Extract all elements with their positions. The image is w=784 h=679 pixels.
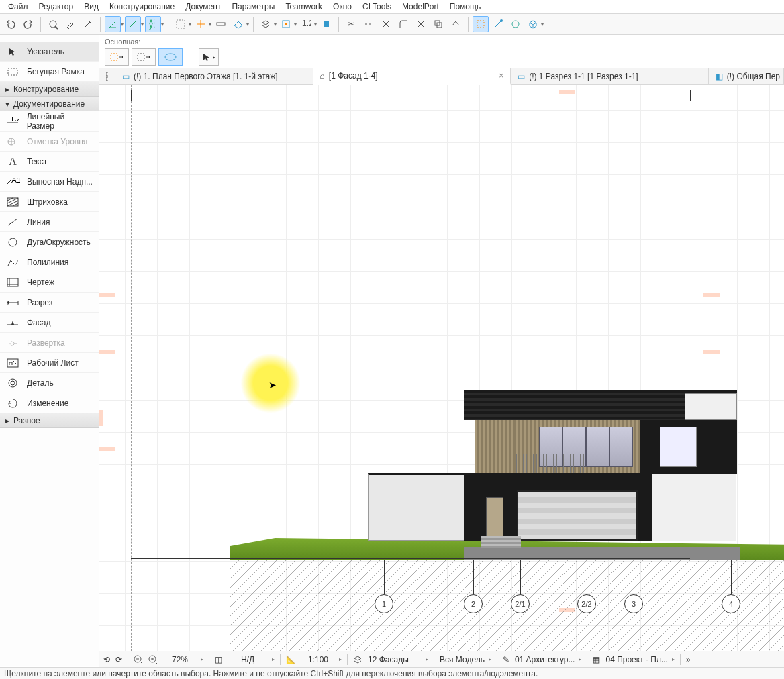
pick-button[interactable] bbox=[45, 16, 61, 32]
tool-marquee[interactable]: Бегущая Рамка bbox=[0, 62, 99, 82]
syringe-button[interactable] bbox=[80, 16, 96, 32]
menu-document[interactable]: Документ bbox=[180, 1, 226, 13]
measure-line-button[interactable] bbox=[125, 16, 141, 32]
measure-coord-button[interactable]: x:y: bbox=[145, 16, 161, 32]
tab-label: (!) 1. План Первого Этажа [1. 1-й этаж] bbox=[134, 72, 278, 81]
menu-design[interactable]: Конструирование bbox=[104, 1, 180, 13]
svg-point-43 bbox=[9, 379, 17, 387]
tool-arc[interactable]: Дуга/Окружность bbox=[0, 232, 99, 252]
elevation-icon: ⌂ bbox=[320, 71, 325, 81]
tab-grid-button[interactable] bbox=[99, 68, 115, 84]
svg-point-10 bbox=[285, 23, 287, 25]
tab-label: (!) 1 Разрез 1-1 [1 Разрез 1-1] bbox=[529, 72, 638, 81]
menu-modelport[interactable]: ModelPort bbox=[397, 1, 444, 13]
svg-rect-8 bbox=[217, 23, 225, 25]
fillet-button[interactable] bbox=[395, 16, 411, 32]
tool-text[interactable]: AТекст bbox=[0, 152, 99, 172]
geom-method-3[interactable] bbox=[158, 48, 183, 66]
menu-options[interactable]: Параметры bbox=[226, 1, 280, 13]
arrow-icon bbox=[5, 46, 20, 58]
ruler-button[interactable] bbox=[213, 16, 229, 32]
geom-method-2[interactable] bbox=[132, 48, 156, 66]
arrow-mode[interactable]: ▸ bbox=[199, 48, 219, 66]
menu-help[interactable]: Помощь bbox=[444, 1, 486, 13]
tool-drawing[interactable]: Чертеж bbox=[0, 272, 99, 293]
group-misc[interactable]: ▸Разное bbox=[0, 413, 99, 428]
dim-icon: 1.2 bbox=[5, 115, 20, 127]
tool-section[interactable]: Разрез bbox=[0, 293, 99, 313]
redo-button[interactable] bbox=[20, 16, 36, 32]
zoom-in-button[interactable] bbox=[148, 655, 158, 664]
tool-unfold[interactable]: Развертка bbox=[0, 333, 99, 353]
more-icon[interactable]: » bbox=[686, 655, 691, 664]
group-design[interactable]: ▸Конструирование bbox=[0, 82, 99, 97]
nav-fwd-button[interactable]: ⟳ bbox=[115, 655, 122, 664]
limit-line bbox=[131, 85, 132, 666]
tool-line[interactable]: Линия bbox=[0, 212, 99, 232]
menu-file[interactable]: Файл bbox=[3, 1, 34, 13]
svg-rect-5 bbox=[177, 20, 185, 28]
scale-value[interactable]: 1:100 bbox=[301, 655, 335, 664]
menu-teamwork[interactable]: Teamwork bbox=[280, 1, 328, 13]
tab-elevation[interactable]: ⌂[1 Фасад 1-4]× bbox=[313, 68, 511, 85]
margin-marker bbox=[99, 293, 115, 297]
close-icon[interactable]: × bbox=[499, 71, 503, 81]
zoom-out-button[interactable] bbox=[134, 655, 143, 664]
tab-section[interactable]: ▭(!) 1 Разрез 1-1 [1 Разрез 1-1] bbox=[511, 68, 709, 84]
menu-editor[interactable]: Редактор bbox=[34, 1, 79, 13]
trim-button[interactable] bbox=[360, 16, 377, 32]
snap-guide-button[interactable] bbox=[193, 16, 209, 32]
split-button[interactable] bbox=[378, 16, 394, 32]
tool-label[interactable]: A1Выносная Надп... bbox=[0, 172, 99, 192]
tab-label: (!) Общая Пер bbox=[727, 72, 780, 81]
orientation-button[interactable]: ◫ bbox=[215, 655, 222, 664]
tool-elevation[interactable]: Фасад bbox=[0, 313, 99, 333]
svg-text:A1: A1 bbox=[11, 178, 20, 185]
intersect-button[interactable] bbox=[413, 16, 429, 32]
menu-window[interactable]: Окно bbox=[328, 1, 357, 13]
cut-button[interactable]: ✂ bbox=[343, 16, 359, 32]
menu-citools[interactable]: CI Tools bbox=[357, 1, 397, 13]
eyedropper-button[interactable] bbox=[62, 16, 79, 32]
geom-method-1[interactable] bbox=[105, 48, 129, 66]
dim-style-button[interactable]: 1.2 bbox=[298, 16, 314, 32]
suspend-button[interactable] bbox=[507, 16, 524, 32]
layers-button[interactable] bbox=[258, 16, 274, 32]
measure-angle-button[interactable] bbox=[105, 16, 121, 32]
edit-elem-button[interactable] bbox=[490, 16, 506, 32]
menu-view[interactable]: Вид bbox=[79, 1, 104, 13]
tool-change[interactable]: Изменение bbox=[0, 393, 99, 413]
tool-detail[interactable]: Деталь bbox=[0, 373, 99, 393]
tab-perspective[interactable]: ◧(!) Общая Пер bbox=[709, 68, 784, 84]
tool-label: Отметка Уровня bbox=[27, 137, 87, 146]
grid-snap-button[interactable] bbox=[173, 16, 189, 32]
zoom-value[interactable]: 72% bbox=[163, 655, 197, 664]
separator bbox=[468, 17, 469, 32]
undo-button[interactable] bbox=[3, 16, 19, 32]
garage-door bbox=[517, 490, 638, 541]
marquee-icon bbox=[5, 66, 20, 78]
tool-label: Линейный Размер bbox=[27, 112, 93, 131]
drawing-canvas[interactable]: ➤ bbox=[99, 85, 784, 666]
trace-button[interactable] bbox=[473, 16, 489, 32]
group-documentation[interactable]: ▾Документирование bbox=[0, 97, 99, 111]
nd-value[interactable]: Н/Д bbox=[228, 655, 268, 664]
tool-hatch[interactable]: Штриховка bbox=[0, 192, 99, 212]
tool-worksheet[interactable]: Рабочий Лист bbox=[0, 353, 99, 373]
tab-floorplan[interactable]: ▭(!) 1. План Первого Этажа [1. 1-й этаж] bbox=[115, 68, 313, 84]
offset-button[interactable] bbox=[430, 16, 446, 32]
pen-button[interactable] bbox=[318, 16, 334, 32]
nav-back-button[interactable]: ⟲ bbox=[103, 655, 110, 664]
tool-level[interactable]: Отметка Уровня bbox=[0, 132, 99, 152]
project-value[interactable]: 04 Проект - Пл... bbox=[605, 655, 668, 664]
arch-value[interactable]: 01 Архитектур... bbox=[515, 655, 575, 664]
plane-button[interactable] bbox=[230, 16, 246, 32]
model-value[interactable]: Вся Модель bbox=[440, 655, 485, 664]
layerset-value[interactable]: 12 Фасады bbox=[368, 655, 422, 664]
attrs-button[interactable] bbox=[278, 16, 294, 32]
tool-polyline[interactable]: Полилиния bbox=[0, 252, 99, 272]
tool-pointer[interactable]: Указатель bbox=[0, 42, 99, 62]
tool-linear-dim[interactable]: 1.2Линейный Размер bbox=[0, 111, 99, 132]
roof-tool-button[interactable] bbox=[448, 16, 464, 32]
3d-button[interactable] bbox=[525, 16, 541, 32]
